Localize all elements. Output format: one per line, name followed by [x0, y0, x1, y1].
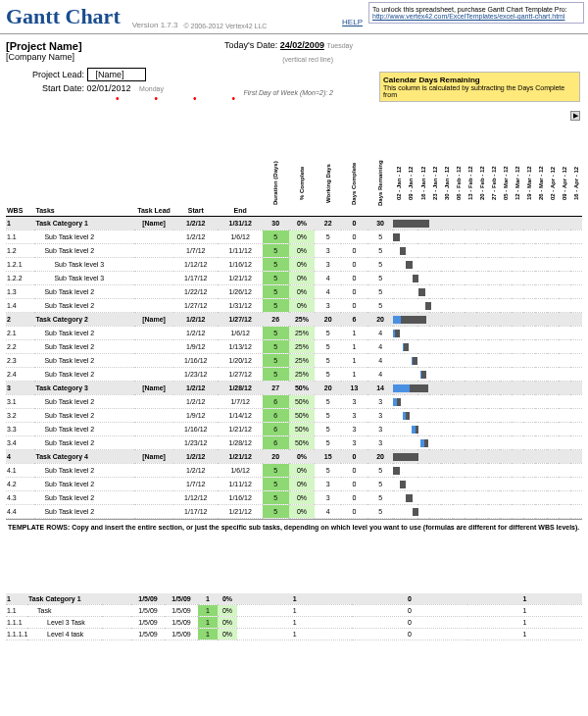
- cell[interactable]: Task: [27, 605, 102, 617]
- task-row[interactable]: 4.2Sub Task level 21/7/121/11/1250%305: [6, 478, 582, 491]
- cell[interactable]: 1/5/09: [131, 629, 165, 640]
- pct-cell[interactable]: 50%: [289, 382, 316, 395]
- scroll-right-icon[interactable]: ▶: [570, 111, 580, 121]
- cell[interactable]: 1/31/12: [218, 217, 262, 230]
- pct-cell[interactable]: 0%: [289, 478, 316, 491]
- cell[interactable]: 0: [341, 491, 368, 505]
- cell[interactable]: 1/28/12: [218, 436, 262, 450]
- cell[interactable]: 0: [341, 464, 368, 478]
- cell[interactable]: 1.4: [6, 299, 34, 313]
- cell[interactable]: 3.4: [6, 436, 34, 450]
- pct-cell[interactable]: 0%: [289, 299, 316, 313]
- cell[interactable]: 3: [6, 382, 34, 395]
- cell[interactable]: 0: [341, 505, 368, 519]
- cell[interactable]: 1/20/12: [218, 354, 262, 368]
- cell[interactable]: 1/2/12: [173, 464, 218, 478]
- cell[interactable]: 0: [341, 258, 368, 272]
- task-row[interactable]: 1.2Sub Task level 21/7/121/11/1250%305: [6, 244, 582, 258]
- cell[interactable]: 4: [368, 354, 394, 368]
- task-row[interactable]: 4.1Sub Task level 21/2/121/6/1250%505: [6, 464, 582, 478]
- duration-cell[interactable]: 6: [263, 395, 289, 409]
- task-row[interactable]: 4.4Sub Task level 21/17/121/21/1250%405: [6, 505, 582, 519]
- cell[interactable]: 1.2: [6, 244, 34, 258]
- cell[interactable]: 4.1: [6, 464, 34, 478]
- cell[interactable]: 0: [341, 299, 368, 313]
- promo-link[interactable]: http://www.vertex42.com/ExcelTemplates/e…: [372, 13, 564, 20]
- cell[interactable]: [134, 272, 173, 285]
- category-row[interactable]: 4Task Category 4[Name]1/2/121/21/12200%1…: [6, 450, 582, 464]
- cell[interactable]: 0: [341, 244, 368, 258]
- cell[interactable]: 1.2.1: [6, 258, 34, 272]
- cell[interactable]: 5: [368, 244, 394, 258]
- cell[interactable]: Sub Task level 2: [34, 436, 134, 450]
- cell[interactable]: 3.1: [6, 395, 34, 409]
- cell[interactable]: 3: [315, 491, 341, 505]
- duration-cell[interactable]: 5: [263, 354, 289, 368]
- pct-cell[interactable]: 0%: [289, 491, 316, 505]
- cell[interactable]: Sub Task level 2: [34, 354, 134, 368]
- today-date[interactable]: 24/02/2009: [280, 40, 324, 50]
- cell[interactable]: 2.4: [6, 368, 34, 382]
- pct-cell[interactable]: 0%: [289, 244, 316, 258]
- cell[interactable]: 3: [368, 409, 394, 423]
- cell[interactable]: 1: [467, 617, 582, 629]
- cell[interactable]: 1/16/12: [218, 491, 262, 505]
- cell[interactable]: [102, 629, 131, 640]
- cell[interactable]: 1/23/12: [173, 368, 218, 382]
- cell[interactable]: [102, 617, 131, 629]
- lead-input[interactable]: [Name]: [87, 68, 146, 81]
- cell[interactable]: 1/27/12: [218, 313, 262, 327]
- pct-cell[interactable]: 0%: [218, 605, 237, 617]
- category-row[interactable]: 3Task Category 3[Name]1/2/121/28/122750%…: [6, 382, 582, 395]
- task-row[interactable]: 4.3Sub Task level 21/12/121/16/1250%305: [6, 491, 582, 505]
- cell[interactable]: 1: [341, 368, 368, 382]
- cell[interactable]: 2.2: [6, 340, 34, 354]
- start-date-input[interactable]: 02/01/2012: [87, 83, 131, 93]
- cell[interactable]: 1/6/12: [218, 230, 262, 244]
- cell[interactable]: 1/23/12: [173, 436, 218, 450]
- cell[interactable]: 5: [368, 230, 394, 244]
- cell[interactable]: 1/21/12: [218, 505, 262, 519]
- cell[interactable]: 1/2/12: [173, 230, 218, 244]
- cell[interactable]: 1/14/12: [218, 409, 262, 423]
- cell[interactable]: 1/9/12: [173, 409, 218, 423]
- cell[interactable]: 4: [6, 450, 34, 464]
- duration-cell[interactable]: 5: [263, 244, 289, 258]
- cell[interactable]: 3: [341, 409, 368, 423]
- cell[interactable]: 1/27/12: [173, 299, 218, 313]
- cell[interactable]: 5: [368, 299, 394, 313]
- cell[interactable]: 4: [368, 327, 394, 340]
- cell[interactable]: [134, 327, 173, 340]
- cell[interactable]: 1.3: [6, 285, 34, 299]
- cell[interactable]: 3: [368, 395, 394, 409]
- task-row[interactable]: 1.1.1Level 3 Task1/5/091/5/0910%101: [6, 617, 582, 629]
- duration-cell[interactable]: 26: [263, 313, 289, 327]
- help-link[interactable]: HELP: [342, 18, 363, 26]
- cell[interactable]: Task Category 4: [34, 450, 134, 464]
- cell[interactable]: Sub Task level 2: [34, 230, 134, 244]
- cell[interactable]: 3.3: [6, 423, 34, 436]
- cell[interactable]: 1/28/12: [218, 382, 262, 395]
- pct-cell[interactable]: 0%: [289, 285, 316, 299]
- cell[interactable]: 14: [368, 382, 394, 395]
- cell[interactable]: Task Category 1: [27, 593, 102, 605]
- cell[interactable]: 1/21/12: [218, 423, 262, 436]
- pct-cell[interactable]: 0%: [289, 505, 316, 519]
- cell[interactable]: 5: [368, 258, 394, 272]
- cell[interactable]: Sub Task level 2: [34, 285, 134, 299]
- cell[interactable]: 1: [237, 605, 352, 617]
- cell[interactable]: 3.2: [6, 409, 34, 423]
- cell[interactable]: 5: [368, 478, 394, 491]
- cell[interactable]: 3: [315, 244, 341, 258]
- cell[interactable]: 1/5/09: [165, 617, 198, 629]
- cell[interactable]: 3: [368, 423, 394, 436]
- task-row[interactable]: 1.1.1.1Level 4 task1/5/091/5/0910%101: [6, 629, 582, 640]
- cell[interactable]: 1/5/09: [165, 605, 198, 617]
- cell[interactable]: 1/17/12: [173, 505, 218, 519]
- duration-cell[interactable]: 5: [263, 368, 289, 382]
- cell[interactable]: 1/5/09: [131, 617, 165, 629]
- cell[interactable]: 1/5/09: [131, 605, 165, 617]
- cell[interactable]: Sub Task level 2: [34, 478, 134, 491]
- cell[interactable]: Sub Task level 2: [34, 340, 134, 354]
- cell[interactable]: 1: [467, 593, 582, 605]
